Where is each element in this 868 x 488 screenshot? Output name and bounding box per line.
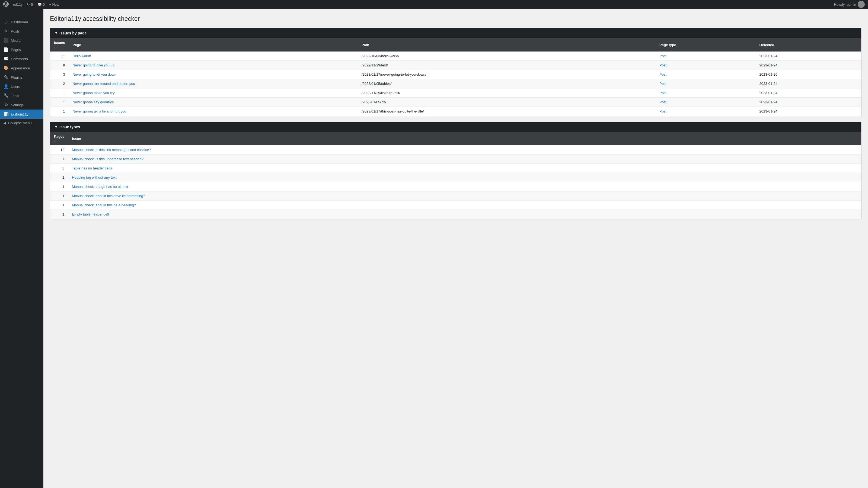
page-link-cell[interactable]: Never going to let you down (69, 70, 358, 79)
page-type-cell[interactable]: Post (656, 88, 755, 98)
comments-icon: 💬 (37, 2, 42, 6)
site-name-link[interactable]: ed11y (13, 2, 23, 6)
page-type-cell[interactable]: Post (656, 70, 755, 79)
pages-count: 3 (50, 164, 68, 173)
detected-cell: 2023-01-24 (756, 88, 861, 98)
issue-types-header[interactable]: ▼ Issue types (50, 122, 861, 132)
issue-link-cell[interactable]: Table has no header cells (68, 164, 861, 173)
pages-count: 1 (50, 182, 68, 191)
sidebar-item-label: Appearance (11, 66, 30, 70)
page-link[interactable]: Never gonna run around and desert you (72, 82, 135, 86)
page-type-link[interactable]: Post (659, 63, 666, 67)
page-link-cell[interactable]: Never gonna say goodbye (69, 98, 358, 107)
issues-by-page-col-3[interactable]: Page type (656, 38, 755, 52)
settings-icon: ⚙ (3, 102, 9, 107)
sidebar-item-dashboard[interactable]: ⊞Dashboard (0, 18, 43, 27)
sidebar-item-label: Pages (11, 48, 21, 52)
issue-link-cell[interactable]: Manual check: should this be a heading? (68, 201, 861, 210)
issues-by-page-header[interactable]: ▼ Issues by page (50, 28, 861, 38)
sidebar-item-appearance[interactable]: 🎨Appearance (0, 63, 43, 73)
sidebar-item-pages[interactable]: 📄Pages (0, 45, 43, 54)
page-link-cell[interactable]: Never gonna make you cry (69, 88, 358, 98)
tools-icon: 🔧 (3, 93, 9, 98)
sidebar-item-media[interactable]: ⬛Media (0, 36, 43, 45)
wp-logo-icon[interactable] (3, 1, 9, 8)
table-row: 11 Hello world! /2022/10/03/hello-world/… (50, 52, 861, 61)
issue-link-cell[interactable]: Empty table header cell (68, 210, 861, 219)
issue-link[interactable]: Manual check: is this link meaningful an… (72, 148, 151, 152)
page-type-cell[interactable]: Post (656, 52, 755, 61)
path-cell: /2022/11/29/links-to-test/ (358, 88, 656, 98)
page-type-link[interactable]: Post (659, 72, 666, 76)
page-link-cell[interactable]: Hello world! (69, 52, 358, 61)
page-link[interactable]: Never going to let you down (72, 72, 116, 76)
page-link-cell[interactable]: Never going to give you up (69, 61, 358, 70)
issue-link-cell[interactable]: Heading tag without any text (68, 173, 861, 182)
issue-link[interactable]: Empty table header cell (72, 212, 109, 216)
page-type-cell[interactable]: Post (656, 79, 755, 88)
detected-cell: 2023-01-24 (756, 98, 861, 107)
admin-sidebar: ⊞Dashboard✎Posts⬛Media📄Pages💬Comments🎨Ap… (0, 9, 43, 488)
collapse-icon: ◀ (3, 121, 6, 125)
issue-link-cell[interactable]: Manual check: image has no alt text (68, 182, 861, 191)
issue-types-col-0[interactable]: Pages ↓ (50, 132, 68, 145)
issue-link[interactable]: Manual check: should this be a heading? (72, 203, 136, 207)
collapse-menu-button[interactable]: ◀ Collapse menu (0, 119, 43, 127)
page-link[interactable]: Never gonna say goodbye (72, 100, 114, 104)
issue-link[interactable]: Manual check: should this have list form… (72, 194, 145, 198)
posts-icon: ✎ (3, 29, 9, 34)
sidebar-item-users[interactable]: 👤Users (0, 82, 43, 91)
issues-count: 1 (50, 98, 69, 107)
sidebar-item-tools[interactable]: 🔧Tools (0, 91, 43, 100)
main-content: Editoria11y accessibility checker ▼ Issu… (43, 9, 868, 488)
issue-link-cell[interactable]: Manual check: is this uppercase text nee… (68, 155, 861, 164)
page-link[interactable]: Never gonna make you cry (72, 91, 115, 95)
issues-by-page-col-0[interactable]: Issues ↓ (50, 38, 69, 52)
page-type-cell[interactable]: Post (656, 61, 755, 70)
dashboard-icon: ⊞ (3, 20, 9, 24)
sidebar-item-comments[interactable]: 💬Comments (0, 54, 43, 63)
appearance-icon: 🎨 (3, 66, 9, 70)
issue-link-cell[interactable]: Manual check: should this have list form… (68, 191, 861, 201)
updates-link[interactable]: ↻ 5 (27, 2, 33, 6)
page-type-link[interactable]: Post (659, 54, 666, 58)
page-type-link[interactable]: Post (659, 91, 666, 95)
page-type-link[interactable]: Post (659, 82, 666, 86)
issue-link[interactable]: Table has no header cells (72, 166, 112, 170)
issue-types-col-1[interactable]: Issue (68, 132, 861, 145)
issues-by-page-col-2[interactable]: Path (358, 38, 656, 52)
issue-link[interactable]: Manual check: image has no alt text (72, 185, 128, 189)
sidebar-item-settings[interactable]: ⚙Settings (0, 100, 43, 109)
issue-link[interactable]: Manual check: is this uppercase text nee… (72, 157, 144, 161)
updates-icon: ↻ (27, 2, 30, 6)
sidebar-item-plugins[interactable]: 🔌Plugins (0, 73, 43, 82)
page-link[interactable]: Never gonna tell a lie and hurt you (72, 109, 126, 113)
page-type-link[interactable]: Post (659, 100, 666, 104)
sidebar-item-posts[interactable]: ✎Posts (0, 27, 43, 36)
pages-count: 1 (50, 210, 68, 219)
page-link-cell[interactable]: Never gonna tell a lie and hurt you (69, 107, 358, 116)
comments-icon: 💬 (3, 56, 9, 61)
new-content-link[interactable]: + New (49, 2, 59, 6)
issues-by-page-arrow-icon: ▼ (55, 31, 58, 35)
sidebar-item-label: Tools (11, 94, 19, 98)
page-type-cell[interactable]: Post (656, 107, 755, 116)
path-cell: /2023/01/05/73/ (358, 98, 656, 107)
sidebar-item-label: Posts (11, 29, 20, 33)
issue-link[interactable]: Heading tag without any text (72, 175, 116, 180)
page-link[interactable]: Never going to give you up (72, 63, 115, 67)
comments-link[interactable]: 💬 0 (37, 2, 45, 6)
page-type-link[interactable]: Post (659, 109, 666, 113)
table-row: 2 Never gonna run around and desert you … (50, 79, 861, 88)
issues-by-page-col-4[interactable]: Detected (756, 38, 861, 52)
page-type-cell[interactable]: Post (656, 98, 755, 107)
sidebar-item-editoria11y[interactable]: 📊Editoria11y (0, 109, 43, 119)
page-link-cell[interactable]: Never gonna run around and desert you (69, 79, 358, 88)
issues-by-page-col-1[interactable]: Page (69, 38, 358, 52)
issue-link-cell[interactable]: Manual check: is this link meaningful an… (68, 145, 861, 155)
table-row: 1 Manual check: should this have list fo… (50, 191, 861, 201)
pages-count: 12 (50, 145, 68, 155)
pages-count: 7 (50, 155, 68, 164)
page-link[interactable]: Hello world! (72, 54, 91, 58)
path-cell: /2023/01/17/never-going-to-let-you-down/ (358, 70, 656, 79)
